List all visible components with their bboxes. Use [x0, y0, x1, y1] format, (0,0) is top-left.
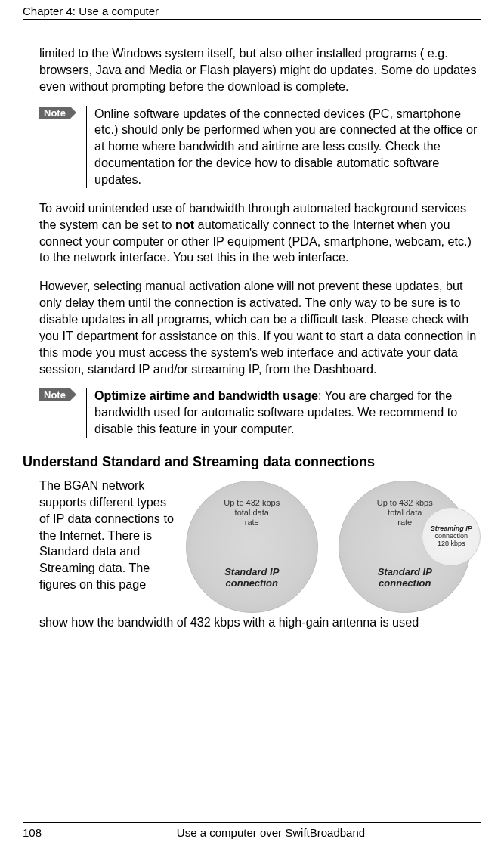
fig2-bottom: Standard IP connection: [339, 566, 470, 589]
paragraph-1: limited to the Windows system itself, bu…: [39, 45, 481, 95]
fig-side-text: The BGAN network supports different type…: [39, 478, 175, 613]
note-tag-wrap-2: Note: [39, 388, 82, 438]
footer-text: Use a computer over SwiftBroadband: [60, 826, 481, 839]
fig-area: Up to 432 kbps total data rate Standard …: [175, 478, 481, 613]
page-footer: 108 Use a computer over SwiftBroadband: [23, 822, 481, 839]
fig2-bottom-l2: connection: [339, 577, 470, 589]
figure-standard-plus-streaming: Up to 432 kbps total data rate Standard …: [339, 481, 471, 613]
figure-standard-ip: Up to 432 kbps total data rate Standard …: [186, 481, 318, 613]
note2-bold: Optimize airtime and bandwidth usage: [94, 388, 318, 402]
note-block-2: Note Optimize airtime and bandwidth usag…: [39, 388, 481, 438]
header-rule: [23, 19, 481, 20]
fig1-bottom-l1: Standard IP: [187, 566, 317, 578]
paragraph-2: To avoid unintended use of bandwidth thr…: [39, 200, 481, 266]
note-tag: Note: [39, 107, 70, 119]
fig1-bottom-l2: connection: [187, 577, 317, 589]
note-tag-2: Note: [39, 388, 70, 401]
paragraph-3: However, selecting manual activation alo…: [39, 278, 481, 377]
fig1-top-l2: total data: [187, 508, 317, 518]
figures-row: The BGAN network supports different type…: [39, 478, 481, 613]
fig1-top-l1: Up to 432 kbps: [187, 498, 317, 508]
page-number: 108: [23, 826, 60, 839]
note-tag-wrap: Note: [39, 106, 82, 188]
para2-bold: not: [175, 218, 194, 231]
fig1-bottom: Standard IP connection: [187, 566, 317, 589]
chapter-line: Chapter 4: Use a computer: [23, 5, 159, 17]
content-area: limited to the Windows system itself, bu…: [23, 45, 481, 438]
note-body-1: Online software updates of the connected…: [86, 106, 481, 188]
section-heading: Understand Standard and Streaming data c…: [23, 454, 481, 470]
fig1-top-l3: rate: [187, 518, 317, 528]
note-block-1: Note Online software updates of the conn…: [39, 106, 481, 188]
small-circle-l3: 128 kbps: [438, 540, 465, 548]
figure-streaming-ip-small: Streaming IP connection 128 kbps: [422, 507, 481, 566]
note-body-2: Optimize airtime and bandwidth usage: Yo…: [86, 388, 481, 438]
fig2-bottom-l1: Standard IP: [339, 566, 470, 578]
fig-after-text: show how the bandwidth of 432 kbps with …: [39, 614, 481, 631]
fig1-top: Up to 432 kbps total data rate: [187, 498, 317, 528]
page: Chapter 4: Use a computer limited to the…: [0, 0, 504, 854]
page-header: Chapter 4: Use a computer: [23, 0, 481, 24]
figures-section: The BGAN network supports different type…: [23, 478, 481, 631]
